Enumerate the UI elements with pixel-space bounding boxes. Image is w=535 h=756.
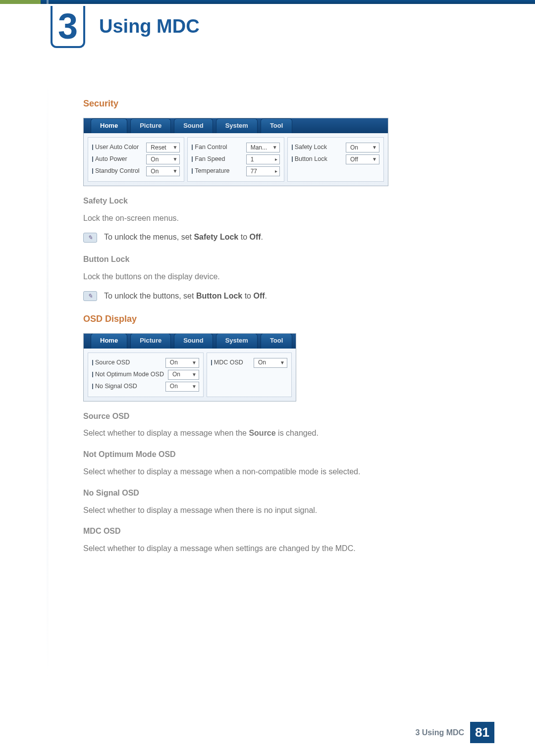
chevron-down-icon: ▼: [192, 371, 197, 379]
button-lock-subheading: Button Lock: [83, 253, 470, 266]
chevron-down-icon: ▼: [192, 383, 197, 391]
button-lock-select[interactable]: Off ▼: [346, 154, 379, 164]
security-col-2: Fan Control Man... ▼ Fan Speed 1 ▸ Tempe…: [187, 137, 284, 182]
chevron-right-icon: ▸: [275, 155, 277, 163]
fan-speed-label: Fan Speed: [192, 154, 225, 164]
top-accent-bars: [0, 0, 535, 4]
chapter-number: 3: [58, 6, 78, 47]
chevron-down-icon: ▼: [172, 167, 177, 175]
safety-lock-label: Safety Lock: [292, 143, 327, 152]
button-lock-label: Button Lock: [292, 154, 327, 164]
chevron-down-icon: ▼: [280, 359, 285, 367]
source-osd-label: Source OSD: [92, 358, 130, 367]
not-optimum-osd-select[interactable]: On ▼: [168, 370, 199, 380]
fan-control-label: Fan Control: [192, 143, 227, 152]
safety-lock-note: ✎ To unlock the menus, set Safety Lock t…: [83, 231, 470, 244]
page-footer: 3 Using MDC 81: [415, 722, 494, 743]
security-col-3: Safety Lock On ▼ Button Lock Off ▼: [287, 137, 384, 182]
chapter-number-badge: 3: [51, 6, 85, 48]
osd-tab-row: Home Picture Sound System Tool: [84, 334, 296, 349]
tab-system[interactable]: System: [216, 333, 258, 348]
mdc-osd-desc: Select whether to display a message when…: [83, 543, 470, 555]
note-icon: ✎: [83, 291, 97, 301]
footer-page-number: 81: [470, 722, 494, 743]
source-osd-subheading: Source OSD: [83, 410, 470, 423]
tab-sound[interactable]: Sound: [174, 118, 213, 133]
safety-lock-subheading: Safety Lock: [83, 195, 470, 207]
not-optimum-desc: Select whether to display a message when…: [83, 466, 470, 478]
fan-speed-stepper[interactable]: 1 ▸: [246, 154, 280, 164]
chevron-down-icon: ▼: [272, 144, 277, 151]
source-osd-desc: Select whether to display a message when…: [83, 427, 470, 440]
no-signal-subheading: No Signal OSD: [83, 487, 470, 500]
mdc-osd-select[interactable]: On ▼: [254, 358, 287, 368]
temperature-stepper[interactable]: 77 ▸: [246, 166, 280, 176]
standby-control-select[interactable]: On ▼: [146, 166, 180, 176]
auto-power-select[interactable]: On ▼: [146, 154, 180, 164]
tab-home[interactable]: Home: [91, 333, 127, 348]
source-osd-select[interactable]: On ▼: [165, 358, 199, 368]
not-optimum-subheading: Not Optimum Mode OSD: [83, 449, 470, 461]
tab-system[interactable]: System: [216, 118, 258, 133]
left-binding-strip: [47, 0, 49, 756]
chevron-down-icon: ▼: [372, 144, 377, 151]
temperature-label: Temperature: [192, 166, 229, 176]
tab-picture[interactable]: Picture: [130, 118, 171, 133]
not-optimum-osd-label: Not Optimum Mode OSD: [92, 370, 164, 379]
chevron-down-icon: ▼: [192, 359, 197, 367]
auto-power-label: Auto Power: [92, 154, 127, 164]
no-signal-osd-label: No Signal OSD: [92, 382, 137, 391]
security-heading: Security: [83, 97, 470, 111]
chevron-down-icon: ▼: [372, 155, 377, 163]
button-lock-note: ✎ To unlock the buttons, set Button Lock…: [83, 290, 470, 302]
osd-heading: OSD Display: [83, 312, 470, 326]
chevron-right-icon: ▸: [275, 167, 277, 175]
mdc-osd-label: MDC OSD: [211, 358, 243, 367]
security-tab-row: Home Picture Sound System Tool: [84, 118, 388, 133]
tab-picture[interactable]: Picture: [130, 333, 171, 348]
note-text: To unlock the buttons, set Button Lock t…: [104, 290, 267, 302]
tab-tool[interactable]: Tool: [261, 333, 292, 348]
button-lock-desc: Lock the buttons on the display device.: [83, 271, 470, 283]
security-col-1: User Auto Color Reset ▼ Auto Power On ▼ …: [88, 137, 184, 182]
osd-col-2: MDC OSD On ▼: [207, 353, 292, 397]
safety-lock-desc: Lock the on-screen menus.: [83, 212, 470, 225]
footer-chapter-text: 3 Using MDC: [415, 728, 464, 737]
user-auto-color-select[interactable]: Reset ▼: [146, 143, 180, 152]
note-text: To unlock the menus, set Safety Lock to …: [104, 231, 263, 244]
user-auto-color-label: User Auto Color: [92, 143, 139, 152]
chapter-title: Using MDC: [99, 16, 200, 37]
security-panel: Home Picture Sound System Tool User Auto…: [83, 118, 388, 186]
fan-control-select[interactable]: Man... ▼: [246, 143, 280, 152]
no-signal-desc: Select whether to display a message when…: [83, 504, 470, 517]
note-icon: ✎: [83, 233, 97, 243]
tab-tool[interactable]: Tool: [261, 118, 292, 133]
chevron-down-icon: ▼: [172, 144, 177, 151]
standby-control-label: Standby Control: [92, 166, 140, 176]
osd-col-1: Source OSD On ▼ Not Optimum Mode OSD On …: [88, 353, 204, 397]
no-signal-osd-select[interactable]: On ▼: [165, 382, 199, 392]
tab-home[interactable]: Home: [91, 118, 127, 133]
mdc-osd-subheading: MDC OSD: [83, 525, 470, 538]
chevron-down-icon: ▼: [172, 155, 177, 163]
osd-panel: Home Picture Sound System Tool Source OS…: [83, 333, 296, 402]
safety-lock-select[interactable]: On ▼: [346, 143, 379, 152]
tab-sound[interactable]: Sound: [174, 333, 213, 348]
